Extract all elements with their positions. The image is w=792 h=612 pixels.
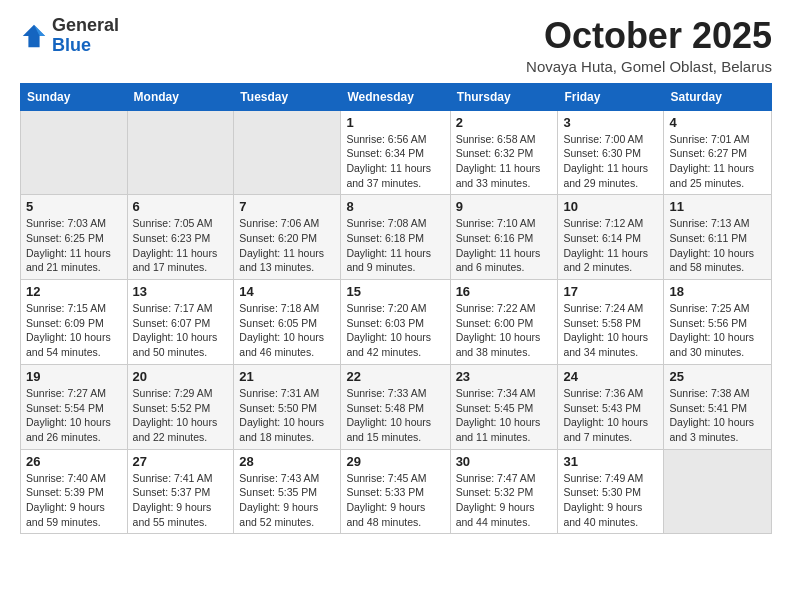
calendar-cell: 15Sunrise: 7:20 AMSunset: 6:03 PMDayligh… [341, 280, 450, 365]
day-number: 22 [346, 369, 444, 384]
day-number: 21 [239, 369, 335, 384]
day-number: 14 [239, 284, 335, 299]
day-info: Sunrise: 7:22 AMSunset: 6:00 PMDaylight:… [456, 301, 553, 360]
calendar-week-row: 1Sunrise: 6:56 AMSunset: 6:34 PMDaylight… [21, 110, 772, 195]
day-info: Sunrise: 7:47 AMSunset: 5:32 PMDaylight:… [456, 471, 553, 530]
day-number: 5 [26, 199, 122, 214]
day-info: Sunrise: 7:27 AMSunset: 5:54 PMDaylight:… [26, 386, 122, 445]
day-info: Sunrise: 7:33 AMSunset: 5:48 PMDaylight:… [346, 386, 444, 445]
day-number: 6 [133, 199, 229, 214]
calendar-cell: 29Sunrise: 7:45 AMSunset: 5:33 PMDayligh… [341, 449, 450, 534]
calendar-cell: 11Sunrise: 7:13 AMSunset: 6:11 PMDayligh… [664, 195, 772, 280]
weekday-header: Wednesday [341, 83, 450, 110]
logo-icon [20, 22, 48, 50]
logo-text: General Blue [52, 16, 119, 56]
day-number: 13 [133, 284, 229, 299]
calendar-cell: 9Sunrise: 7:10 AMSunset: 6:16 PMDaylight… [450, 195, 558, 280]
calendar-cell [234, 110, 341, 195]
day-info: Sunrise: 7:20 AMSunset: 6:03 PMDaylight:… [346, 301, 444, 360]
calendar-cell: 27Sunrise: 7:41 AMSunset: 5:37 PMDayligh… [127, 449, 234, 534]
day-info: Sunrise: 7:15 AMSunset: 6:09 PMDaylight:… [26, 301, 122, 360]
day-info: Sunrise: 7:41 AMSunset: 5:37 PMDaylight:… [133, 471, 229, 530]
day-info: Sunrise: 7:25 AMSunset: 5:56 PMDaylight:… [669, 301, 766, 360]
calendar-cell: 8Sunrise: 7:08 AMSunset: 6:18 PMDaylight… [341, 195, 450, 280]
title-block: October 2025 Novaya Huta, Gomel Oblast, … [526, 16, 772, 75]
weekday-header: Friday [558, 83, 664, 110]
calendar-cell: 4Sunrise: 7:01 AMSunset: 6:27 PMDaylight… [664, 110, 772, 195]
day-number: 29 [346, 454, 444, 469]
calendar-cell: 7Sunrise: 7:06 AMSunset: 6:20 PMDaylight… [234, 195, 341, 280]
day-number: 8 [346, 199, 444, 214]
calendar-cell: 20Sunrise: 7:29 AMSunset: 5:52 PMDayligh… [127, 364, 234, 449]
calendar-cell: 10Sunrise: 7:12 AMSunset: 6:14 PMDayligh… [558, 195, 664, 280]
day-number: 1 [346, 115, 444, 130]
calendar-cell: 6Sunrise: 7:05 AMSunset: 6:23 PMDaylight… [127, 195, 234, 280]
calendar-cell [127, 110, 234, 195]
page-container: General Blue October 2025 Novaya Huta, G… [0, 0, 792, 544]
calendar-cell: 3Sunrise: 7:00 AMSunset: 6:30 PMDaylight… [558, 110, 664, 195]
weekday-header: Monday [127, 83, 234, 110]
calendar-cell: 17Sunrise: 7:24 AMSunset: 5:58 PMDayligh… [558, 280, 664, 365]
day-info: Sunrise: 7:08 AMSunset: 6:18 PMDaylight:… [346, 216, 444, 275]
day-info: Sunrise: 7:05 AMSunset: 6:23 PMDaylight:… [133, 216, 229, 275]
calendar-header-row: SundayMondayTuesdayWednesdayThursdayFrid… [21, 83, 772, 110]
day-info: Sunrise: 7:17 AMSunset: 6:07 PMDaylight:… [133, 301, 229, 360]
day-info: Sunrise: 7:00 AMSunset: 6:30 PMDaylight:… [563, 132, 658, 191]
weekday-header: Sunday [21, 83, 128, 110]
day-info: Sunrise: 7:45 AMSunset: 5:33 PMDaylight:… [346, 471, 444, 530]
day-number: 24 [563, 369, 658, 384]
day-info: Sunrise: 7:36 AMSunset: 5:43 PMDaylight:… [563, 386, 658, 445]
day-number: 28 [239, 454, 335, 469]
calendar-week-row: 26Sunrise: 7:40 AMSunset: 5:39 PMDayligh… [21, 449, 772, 534]
calendar-cell: 1Sunrise: 6:56 AMSunset: 6:34 PMDaylight… [341, 110, 450, 195]
day-number: 10 [563, 199, 658, 214]
day-info: Sunrise: 7:31 AMSunset: 5:50 PMDaylight:… [239, 386, 335, 445]
weekday-header: Tuesday [234, 83, 341, 110]
day-number: 17 [563, 284, 658, 299]
calendar-cell: 31Sunrise: 7:49 AMSunset: 5:30 PMDayligh… [558, 449, 664, 534]
calendar-cell: 21Sunrise: 7:31 AMSunset: 5:50 PMDayligh… [234, 364, 341, 449]
location-subtitle: Novaya Huta, Gomel Oblast, Belarus [526, 58, 772, 75]
calendar-cell: 23Sunrise: 7:34 AMSunset: 5:45 PMDayligh… [450, 364, 558, 449]
day-info: Sunrise: 7:49 AMSunset: 5:30 PMDaylight:… [563, 471, 658, 530]
day-info: Sunrise: 7:12 AMSunset: 6:14 PMDaylight:… [563, 216, 658, 275]
day-number: 20 [133, 369, 229, 384]
calendar-cell: 2Sunrise: 6:58 AMSunset: 6:32 PMDaylight… [450, 110, 558, 195]
day-number: 27 [133, 454, 229, 469]
day-info: Sunrise: 7:24 AMSunset: 5:58 PMDaylight:… [563, 301, 658, 360]
day-number: 18 [669, 284, 766, 299]
calendar-week-row: 19Sunrise: 7:27 AMSunset: 5:54 PMDayligh… [21, 364, 772, 449]
calendar-cell: 5Sunrise: 7:03 AMSunset: 6:25 PMDaylight… [21, 195, 128, 280]
day-number: 31 [563, 454, 658, 469]
logo-general: General [52, 15, 119, 35]
day-number: 15 [346, 284, 444, 299]
month-title: October 2025 [526, 16, 772, 56]
weekday-header: Saturday [664, 83, 772, 110]
calendar-table: SundayMondayTuesdayWednesdayThursdayFrid… [20, 83, 772, 535]
calendar-cell: 28Sunrise: 7:43 AMSunset: 5:35 PMDayligh… [234, 449, 341, 534]
calendar-cell: 12Sunrise: 7:15 AMSunset: 6:09 PMDayligh… [21, 280, 128, 365]
header: General Blue October 2025 Novaya Huta, G… [20, 16, 772, 75]
day-number: 7 [239, 199, 335, 214]
day-number: 25 [669, 369, 766, 384]
calendar-cell: 14Sunrise: 7:18 AMSunset: 6:05 PMDayligh… [234, 280, 341, 365]
day-info: Sunrise: 7:29 AMSunset: 5:52 PMDaylight:… [133, 386, 229, 445]
day-info: Sunrise: 7:34 AMSunset: 5:45 PMDaylight:… [456, 386, 553, 445]
calendar-cell [664, 449, 772, 534]
day-number: 16 [456, 284, 553, 299]
calendar-week-row: 5Sunrise: 7:03 AMSunset: 6:25 PMDaylight… [21, 195, 772, 280]
day-info: Sunrise: 7:03 AMSunset: 6:25 PMDaylight:… [26, 216, 122, 275]
day-number: 3 [563, 115, 658, 130]
day-info: Sunrise: 7:06 AMSunset: 6:20 PMDaylight:… [239, 216, 335, 275]
day-number: 23 [456, 369, 553, 384]
day-info: Sunrise: 7:13 AMSunset: 6:11 PMDaylight:… [669, 216, 766, 275]
logo: General Blue [20, 16, 119, 56]
day-info: Sunrise: 7:40 AMSunset: 5:39 PMDaylight:… [26, 471, 122, 530]
day-number: 19 [26, 369, 122, 384]
day-number: 9 [456, 199, 553, 214]
calendar-cell: 22Sunrise: 7:33 AMSunset: 5:48 PMDayligh… [341, 364, 450, 449]
day-info: Sunrise: 6:58 AMSunset: 6:32 PMDaylight:… [456, 132, 553, 191]
calendar-cell: 16Sunrise: 7:22 AMSunset: 6:00 PMDayligh… [450, 280, 558, 365]
day-number: 2 [456, 115, 553, 130]
weekday-header: Thursday [450, 83, 558, 110]
